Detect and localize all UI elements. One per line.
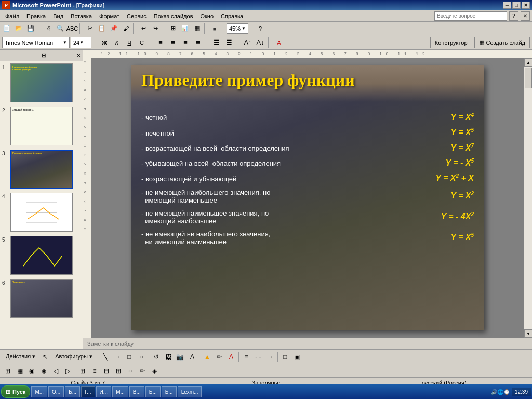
paste-button[interactable]: 📌	[108, 23, 119, 34]
cut-button[interactable]: ✂	[84, 23, 96, 34]
maximize-button[interactable]: □	[512, 2, 521, 9]
numlist-button[interactable]: ☰	[223, 37, 235, 48]
align-right-button[interactable]: ≡	[180, 37, 191, 48]
taskbar-item-9[interactable]: Б...	[162, 386, 177, 397]
taskbar-item-5[interactable]: И...	[96, 386, 112, 397]
extra-btn10[interactable]: ⊞	[113, 365, 124, 377]
menu-window[interactable]: Окно	[197, 12, 217, 20]
font-color-button[interactable]: A	[273, 37, 285, 48]
font-select[interactable]: Times New Roman ▼	[2, 37, 70, 48]
extra-btn13[interactable]: ◈	[149, 365, 160, 377]
insert-wordart-button[interactable]: A	[187, 351, 198, 363]
3d-effect-button[interactable]: ▣	[291, 351, 303, 363]
select-cursor-button[interactable]: ↖	[39, 351, 51, 363]
dash-style-button[interactable]: - -	[252, 351, 264, 363]
shadow-button[interactable]: С	[136, 37, 148, 48]
extra-btn8[interactable]: ≡	[89, 365, 100, 377]
save-button[interactable]: 💾	[25, 23, 36, 34]
extra-btn6[interactable]: ▷	[62, 365, 73, 377]
undo-button[interactable]: ↩	[138, 23, 149, 34]
preview-button[interactable]: 🔍	[55, 23, 66, 34]
menu-edit[interactable]: Правка	[23, 12, 49, 20]
open-button[interactable]: 📂	[13, 23, 24, 34]
arrow-button[interactable]: →	[112, 351, 123, 363]
taskbar-item-4[interactable]: Г...	[81, 386, 95, 397]
new-button[interactable]: 📄	[1, 23, 12, 34]
list-button[interactable]: ☰	[211, 37, 222, 48]
insert-clipart-button[interactable]: 🖼	[163, 351, 174, 363]
taskbar-item-6[interactable]: М...	[112, 386, 128, 397]
slide-thumb-1[interactable]: 1 Наименование функцииГрафики функций	[0, 61, 83, 104]
rotate-button[interactable]: ↺	[151, 351, 162, 363]
taskbar-item-7[interactable]: В...	[129, 386, 144, 397]
italic-button[interactable]: К	[111, 37, 123, 48]
align-center-button[interactable]: ≡	[167, 37, 179, 48]
align-left-button[interactable]: ≡	[155, 37, 166, 48]
help-button[interactable]: ?	[255, 23, 266, 34]
decrease-font-button[interactable]: A↓	[255, 37, 266, 48]
scroll-thumb[interactable]	[525, 68, 532, 88]
insert-object-button[interactable]: ▦	[191, 23, 203, 34]
redo-button[interactable]: ↪	[150, 23, 161, 34]
search-help-button[interactable]: ?	[509, 11, 518, 21]
extra-btn5[interactable]: ◁	[50, 365, 61, 377]
underline-button[interactable]: Ч	[124, 37, 135, 48]
fill-color-button[interactable]: ▲	[202, 351, 213, 363]
close-button[interactable]: ✕	[522, 2, 530, 9]
taskbar-item-2[interactable]: О...	[48, 386, 64, 397]
insert-table-button[interactable]: ⊞	[167, 23, 179, 34]
extra-btn11[interactable]: ↔	[125, 365, 136, 377]
extra-btn4[interactable]: ◈	[38, 365, 49, 377]
arrow-style-button[interactable]: →	[264, 351, 276, 363]
slide-thumb-5[interactable]: 5	[0, 234, 83, 277]
taskbar-item-3[interactable]: Б...	[65, 386, 80, 397]
menu-view[interactable]: Вид	[50, 12, 66, 20]
format-painter-button[interactable]: 🖌	[120, 23, 131, 34]
line-style-button[interactable]: ≡	[241, 351, 252, 363]
extra-btn3[interactable]: ◉	[26, 365, 37, 377]
spellcheck-button[interactable]: ABC	[66, 23, 78, 34]
justify-button[interactable]: ≡	[192, 37, 204, 48]
panel-close-button[interactable]: ✕	[76, 52, 81, 58]
extra-btn9[interactable]: ⊟	[101, 365, 112, 377]
scroll-up-button[interactable]: ▲	[524, 58, 532, 66]
new-slide-button[interactable]: ▦ Создать слайд	[474, 37, 530, 48]
extra-btn2[interactable]: ▦	[14, 365, 25, 377]
outline-tab[interactable]: ≡	[2, 51, 11, 60]
slide-thumb-4[interactable]: 4	[0, 191, 83, 234]
autoshapes-button[interactable]: Автофигуры ▾	[51, 351, 96, 363]
actions-button[interactable]: Действия ▾	[2, 351, 39, 363]
menu-help[interactable]: Справка	[218, 12, 246, 20]
rect-button[interactable]: □	[124, 351, 135, 363]
designer-button[interactable]: Конструктор	[430, 37, 472, 48]
copy-button[interactable]: 📋	[96, 23, 108, 34]
minimize-button[interactable]: ─	[503, 2, 511, 9]
color-button[interactable]: ■	[209, 23, 220, 34]
shadow-effect-button[interactable]: □	[280, 351, 291, 363]
search-close-button[interactable]: ✕	[521, 11, 530, 21]
insert-chart-button[interactable]: 📊	[179, 23, 191, 34]
scroll-down-button[interactable]: ▼	[524, 329, 532, 338]
font-color-button2[interactable]: A	[225, 351, 237, 363]
slide-thumb-2[interactable]: 2 «Угадай термин»	[0, 104, 83, 148]
notes-bar[interactable]: Заметки к слайду	[83, 338, 532, 349]
menu-slideshow[interactable]: Показ слайдов	[151, 12, 196, 20]
extra-btn12[interactable]: ✏	[137, 365, 148, 377]
start-button[interactable]: ⊞ Пуск	[1, 385, 30, 398]
menu-insert[interactable]: Вставка	[68, 12, 95, 20]
slide-thumb-3[interactable]: 3 Приведите пример функции	[0, 148, 83, 191]
increase-font-button[interactable]: A↑	[242, 37, 254, 48]
line-button[interactable]: ╲	[100, 351, 111, 363]
extra-btn7[interactable]: ⊞	[77, 365, 88, 377]
slides-tab[interactable]: ⊞	[38, 51, 49, 60]
extra-btn1[interactable]: ⊞	[2, 365, 14, 377]
ellipse-button[interactable]: ○	[136, 351, 147, 363]
zoom-dropdown[interactable]: 45% ▼	[227, 23, 248, 34]
menu-file[interactable]: Файл	[2, 12, 22, 20]
menu-service[interactable]: Сервис	[124, 12, 150, 20]
search-input[interactable]	[434, 11, 507, 21]
taskbar-item-10[interactable]: Lexm...	[178, 386, 202, 397]
taskbar-item-1[interactable]: М...	[31, 386, 47, 397]
font-size-select[interactable]: 24 ▼	[71, 37, 91, 48]
menu-format[interactable]: Формат	[96, 12, 123, 20]
